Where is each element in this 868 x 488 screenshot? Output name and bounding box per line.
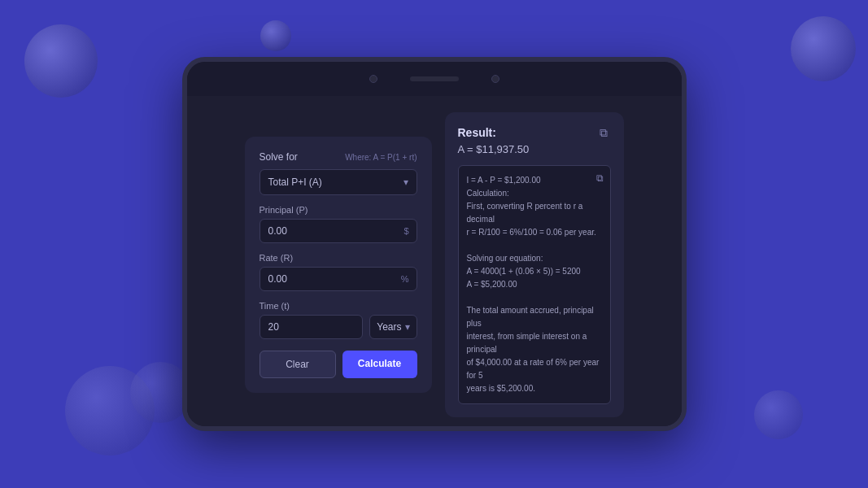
principal-input-wrapper: $ <box>260 219 417 243</box>
detail-line7: A = 4000(1 + (0.06 × 5)) = 5200 <box>467 267 581 276</box>
tablet-camera <box>369 75 377 83</box>
tablet-speaker <box>410 76 459 81</box>
app-content: Solve for Where: A = P(1 + rt) Total P+I… <box>187 96 682 431</box>
time-group: Time (t) Years <box>260 301 417 339</box>
rate-input[interactable] <box>260 267 417 291</box>
detail-line8: A = $5,200.00 <box>467 280 517 289</box>
copy-detail-icon[interactable] <box>596 172 604 184</box>
time-unit-chevron-icon <box>405 321 410 333</box>
rate-suffix: % <box>401 274 409 284</box>
detail-line13: years is $5,200.00. <box>467 384 536 393</box>
chevron-down-icon <box>403 176 408 188</box>
rate-group: Rate (R) % <box>260 253 417 291</box>
principal-suffix: $ <box>403 226 408 236</box>
tablet-device: Solve for Where: A = P(1 + rt) Total P+I… <box>182 57 687 431</box>
where-formula: Where: A = P(1 + rt) <box>345 153 417 162</box>
rate-label: Rate (R) <box>260 253 417 263</box>
rate-input-wrapper: % <box>260 267 417 291</box>
bg-sphere-topleft <box>24 24 98 98</box>
detail-line2: Calculation: <box>467 189 509 198</box>
time-unit-value: Years <box>377 321 401 333</box>
detail-line3: First, converting R percent to r a decim… <box>467 202 583 224</box>
time-row: Years <box>260 315 417 339</box>
copy-result-icon[interactable] <box>596 125 611 140</box>
result-main-value: A = $11,937.50 <box>458 143 611 155</box>
result-detail-text: I = A - P = $1,200.00 Calculation: First… <box>467 174 602 395</box>
result-detail-box: I = A - P = $1,200.00 Calculation: First… <box>458 165 611 404</box>
calculate-button[interactable]: Calculate <box>342 351 417 378</box>
time-input[interactable] <box>260 315 364 339</box>
solve-for-group: Solve for Where: A = P(1 + rt) Total P+I… <box>260 151 417 195</box>
tablet-top-bar <box>187 62 682 96</box>
solve-for-value: Total P+I (A) <box>268 176 322 188</box>
detail-line1: I = A - P = $1,200.00 <box>467 176 541 185</box>
clear-button[interactable]: Clear <box>260 351 336 378</box>
solve-for-header: Solve for Where: A = P(1 + rt) <box>260 151 417 163</box>
principal-label: Principal (P) <box>260 205 417 215</box>
result-title: Result: <box>458 126 496 139</box>
calculator-panel: Solve for Where: A = P(1 + rt) Total P+I… <box>245 137 432 393</box>
detail-line4: r = R/100 = 6%/100 = 0.06 per year. <box>467 228 596 237</box>
bg-sphere-topright <box>791 16 856 81</box>
detail-line11: interest, from simple interest on a prin… <box>467 332 587 354</box>
time-input-wrapper <box>260 315 364 339</box>
detail-line12: of $4,000.00 at a rate of 6% per year fo… <box>467 358 600 380</box>
principal-input[interactable] <box>260 219 417 243</box>
result-header: Result: <box>458 125 611 140</box>
time-label: Time (t) <box>260 301 417 311</box>
time-unit-select[interactable]: Years <box>369 315 417 339</box>
bg-sphere-bottomright <box>754 390 803 439</box>
principal-group: Principal (P) $ <box>260 205 417 243</box>
button-row: Clear Calculate <box>260 351 417 378</box>
solve-for-label: Solve for <box>260 151 298 163</box>
bg-sphere-topcenter <box>260 20 291 51</box>
detail-line6: Solving our equation: <box>467 254 543 263</box>
tablet-mic <box>491 75 499 83</box>
detail-line10: The total amount accrued, principal plus <box>467 306 594 328</box>
result-panel: Result: A = $11,937.50 I = A - P = $1,20… <box>445 112 624 417</box>
solve-for-select[interactable]: Total P+I (A) <box>260 169 417 195</box>
